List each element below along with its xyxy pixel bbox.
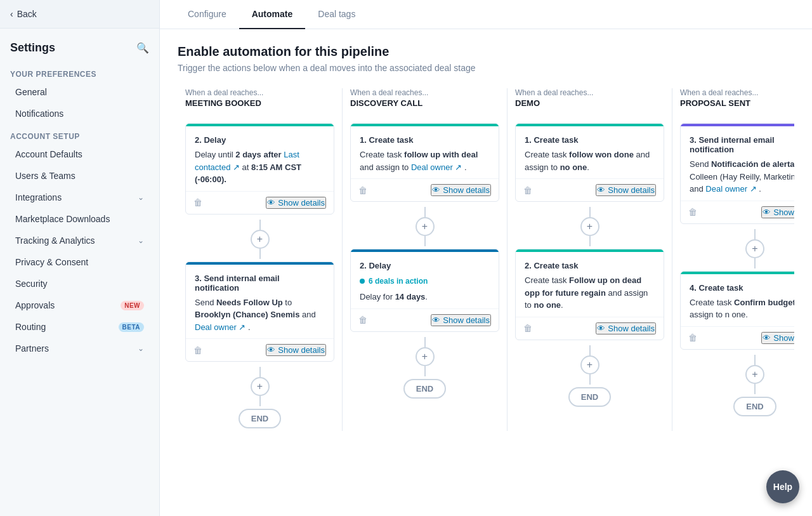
back-label: Back [17, 9, 37, 19]
show-details-button[interactable]: 👁 Show details [761, 332, 794, 344]
connector-line [754, 384, 756, 394]
sidebar-item-label: Users & Teams [15, 171, 75, 181]
sidebar-item-partners[interactable]: Partners ⌄ [5, 338, 154, 359]
sidebar-item-tracking[interactable]: Tracking & Analytics ⌄ [5, 230, 154, 251]
stage-name: PROPOSAL SENT [680, 98, 794, 108]
connector-line [259, 249, 261, 259]
sidebar-item-integrations[interactable]: Integrations ⌄ [5, 187, 154, 208]
connector-line [589, 374, 591, 385]
search-icon[interactable]: 🔍 [136, 42, 149, 54]
stage-header-demo: When a deal reaches... DEMO [515, 88, 664, 113]
add-button[interactable]: + [251, 377, 270, 396]
back-arrow-icon: ‹ [10, 9, 13, 19]
sidebar-item-routing[interactable]: Routing BETA [5, 317, 154, 337]
stage-header-proposal: When a deal reaches... PROPOSAL SENT [680, 88, 794, 113]
help-button[interactable]: Help [766, 470, 799, 503]
show-details-button[interactable]: 👁 Show details [266, 197, 326, 209]
connector-line [589, 207, 591, 217]
show-details-button[interactable]: 👁 Show details [266, 344, 326, 356]
section-label-account: Account Setup [0, 124, 159, 143]
tab-automate[interactable]: Automate [239, 0, 306, 29]
delete-icon[interactable]: 🗑 [688, 207, 697, 217]
card-footer: 🗑 👁 Show details [681, 201, 794, 223]
sidebar-item-general[interactable]: General [5, 82, 154, 102]
end-node: END [733, 397, 776, 416]
connector-line [259, 220, 261, 230]
pipeline-col-proposal: When a deal reaches... PROPOSAL SENT 3. … [672, 88, 794, 431]
action-card: 4. Create task Create task Confirm budge… [680, 271, 794, 350]
sidebar-item-label: Account Defaults [15, 149, 82, 159]
connector-line [589, 236, 591, 246]
stage-when-label: When a deal reaches... [185, 88, 334, 97]
delete-icon[interactable]: 🗑 [193, 345, 202, 355]
sidebar-item-privacy[interactable]: Privacy & Consent [5, 252, 154, 272]
connector: + END [680, 355, 794, 416]
sidebar-item-notifications[interactable]: Notifications [5, 103, 154, 124]
card-body: 4. Create task Create task Confirm budge… [681, 274, 794, 326]
delete-icon[interactable]: 🗑 [523, 185, 532, 195]
card-step: 4. Create task [690, 283, 794, 293]
stage-header-meeting-booked: When a deal reaches... MEETING BOOKED [185, 88, 334, 113]
chevron-down-icon: ⌄ [138, 193, 144, 202]
add-button[interactable]: + [580, 355, 599, 374]
show-details-button[interactable]: 👁 Show details [596, 322, 656, 334]
sidebar-item-label: Marketplace Downloads [15, 214, 110, 224]
tabs-bar: Configure Automate Deal tags [160, 0, 812, 29]
card-step: 2. Create task [525, 261, 655, 270]
connector: + [350, 207, 499, 246]
pipeline-col-demo: When a deal reaches... DEMO 1. Create ta… [508, 88, 672, 431]
delete-icon[interactable]: 🗑 [523, 323, 532, 333]
show-details-button[interactable]: 👁 Show details [431, 314, 491, 326]
add-button[interactable]: + [416, 217, 435, 236]
show-details-label: Show details [278, 198, 325, 208]
end-node: END [403, 379, 446, 399]
deal-owner-link[interactable]: Deal owner ↗ [195, 322, 246, 332]
add-button[interactable]: + [416, 347, 435, 366]
add-button[interactable]: + [745, 239, 764, 258]
card-text: Create task Follow up on dead opp for fu… [525, 274, 655, 312]
connector-line [424, 207, 426, 217]
connector: + END [185, 367, 334, 428]
tab-deal-tags[interactable]: Deal tags [305, 0, 368, 29]
stage-name: DISCOVERY CALL [350, 98, 499, 108]
eye-icon: 👁 [763, 208, 771, 217]
show-details-button[interactable]: 👁 Show details [431, 184, 491, 196]
beta-badge: BETA [119, 322, 144, 332]
sidebar-item-security[interactable]: Security [5, 274, 154, 294]
sidebar-item-label: Tracking & Analytics [15, 235, 95, 246]
deal-owner-link[interactable]: Deal owner ↗ [705, 184, 756, 194]
show-details-label: Show details [608, 324, 655, 333]
add-button[interactable]: + [745, 365, 764, 384]
delete-icon[interactable]: 🗑 [688, 333, 697, 343]
sidebar-item-account-defaults[interactable]: Account Defaults [5, 144, 154, 164]
tab-configure[interactable]: Configure [175, 0, 239, 29]
delete-icon[interactable]: 🗑 [358, 315, 367, 325]
add-button[interactable]: + [580, 217, 599, 236]
sidebar-item-label: Privacy & Consent [15, 257, 88, 267]
card-footer: 🗑 👁 Show details [516, 317, 664, 340]
sidebar-item-users-teams[interactable]: Users & Teams [5, 166, 154, 186]
connector-line [259, 396, 261, 406]
show-details-label: Show details [773, 208, 794, 217]
add-button[interactable]: + [251, 230, 270, 249]
delete-icon[interactable]: 🗑 [193, 197, 202, 208]
deal-owner-link[interactable]: Deal owner ↗ [411, 162, 462, 172]
card-body: 3. Send internal email notification Send… [186, 265, 334, 339]
card-text: Send Needs Follow Up to Brooklyn (Chance… [195, 296, 325, 334]
sidebar-item-marketplace[interactable]: Marketplace Downloads [5, 209, 154, 229]
chevron-down-icon: ⌄ [138, 236, 144, 245]
connector: + [515, 207, 664, 246]
card-footer: 🗑 👁 Show details [186, 338, 334, 361]
show-details-button[interactable]: 👁 Show details [596, 184, 656, 196]
card-text: Create task follow up with deal and assi… [360, 149, 490, 173]
action-card: 2. Create task Create task Follow up on … [515, 249, 664, 340]
delete-icon[interactable]: 🗑 [358, 185, 367, 195]
show-details-button[interactable]: 👁 Show details [761, 206, 794, 218]
connector-line [424, 236, 426, 246]
show-details-label: Show details [443, 185, 490, 195]
sidebar-item-approvals[interactable]: Approvals NEW [5, 295, 154, 315]
sidebar-item-label: Integrations [15, 192, 62, 202]
card-step: 3. Send internal email notification [195, 274, 325, 293]
show-details-label: Show details [278, 345, 325, 355]
back-button[interactable]: ‹ Back [0, 0, 159, 29]
